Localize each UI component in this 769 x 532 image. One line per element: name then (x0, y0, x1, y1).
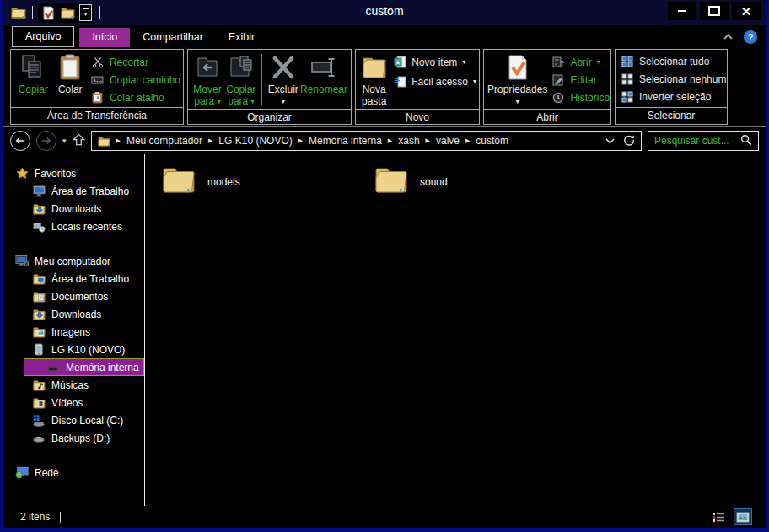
select-all-button[interactable]: Selecionar tudo (621, 54, 724, 68)
network-icon (15, 466, 29, 480)
sidebar-section-favorites[interactable]: Favoritos (3, 164, 144, 182)
paste-button[interactable]: Colar (53, 51, 88, 106)
sidebar-item-label: Vídeos (51, 397, 83, 409)
drive-icon (46, 361, 60, 374)
status-separator (60, 512, 61, 523)
address-bar[interactable]: ▶ Meu computador ▶ LG K10 (NOVO) ▶ Memór… (91, 131, 642, 151)
dropdown-arrow: ▾ (251, 98, 255, 105)
properties-qat-icon[interactable] (40, 5, 56, 20)
file-item-sound[interactable]: sound (374, 166, 586, 197)
sidebar-item-desktop[interactable]: Área de Trabalho (3, 182, 144, 200)
select-all-label: Selecionar tudo (639, 56, 709, 67)
tab-view[interactable]: Exibir (216, 28, 267, 47)
new-folder-button[interactable]: Nova pasta (358, 51, 390, 108)
delete-button[interactable]: Excluir▾ (267, 51, 299, 108)
sidebar-item-recent-places[interactable]: Locais recentes (3, 218, 144, 235)
images-icon (32, 325, 46, 339)
address-folder-icon (98, 135, 110, 147)
select-none-button[interactable]: Selecionar nenhum (621, 72, 724, 86)
move-to-icon (195, 53, 220, 82)
search-icon[interactable] (740, 134, 752, 148)
explorer-icon[interactable] (10, 4, 27, 21)
breadcrumb-separator: ▶ (388, 137, 392, 144)
sidebar-item-local-disk-c[interactable]: Disco Local (C:) (3, 411, 144, 429)
downloads-icon (32, 202, 46, 216)
breadcrumb-item-xash[interactable]: xash (398, 135, 419, 147)
sidebar-item-downloads[interactable]: Downloads (3, 305, 144, 323)
tab-share[interactable]: Compartilhar (130, 28, 216, 47)
sidebar-section-network[interactable]: Rede (3, 464, 144, 481)
minimize-button[interactable] (668, 2, 696, 20)
thumbnail-view-icon[interactable] (734, 508, 752, 525)
new-item-label: Novo item (411, 56, 457, 68)
easy-access-button[interactable]: Fácil acesso ▾ (393, 74, 476, 89)
sidebar-section-computer[interactable]: Meu computador (3, 252, 144, 270)
back-button[interactable] (10, 131, 30, 151)
copy-icon (20, 53, 46, 82)
dropdown-arrow: ▾ (516, 98, 519, 105)
cut-button[interactable]: Recortar (91, 55, 180, 69)
sidebar-label-computer: Meu computador (35, 255, 110, 267)
breadcrumb-item-storage[interactable]: Memória interna (309, 135, 382, 147)
collapse-ribbon-icon[interactable] (723, 31, 734, 43)
cut-label: Recortar (110, 56, 148, 68)
file-item-models[interactable]: models (161, 166, 374, 197)
edit-icon (551, 73, 565, 87)
paste-label: Colar (58, 83, 83, 95)
details-view-icon[interactable] (710, 509, 727, 524)
sidebar-item-images[interactable]: Imagens (3, 323, 144, 341)
sidebar-item-backups-d[interactable]: Backups (D:) (3, 429, 144, 447)
sidebar-item-downloads-fav[interactable]: Downloads (3, 200, 144, 218)
edit-button[interactable]: Editar (551, 73, 610, 87)
paste-shortcut-button[interactable]: Colar atalho (91, 90, 180, 105)
address-dropdown-icon[interactable] (605, 135, 615, 147)
properties-button[interactable]: Propriedades▾ (487, 51, 548, 108)
copy-to-button[interactable]: Copiar para ▾ (224, 51, 258, 108)
new-item-icon (393, 56, 406, 69)
forward-button[interactable] (36, 131, 56, 151)
group-divider (261, 54, 262, 105)
breadcrumb-item-custom[interactable]: custom (476, 135, 508, 147)
copy-path-button[interactable]: Copiar caminho (91, 73, 180, 87)
maximize-button[interactable] (700, 2, 729, 20)
sidebar-item-videos[interactable]: Vídeos (3, 394, 144, 411)
qat-separator2 (99, 6, 100, 19)
file-name: sound (420, 176, 448, 188)
sidebar-item-internal-storage[interactable]: Memória interna (24, 358, 144, 376)
explorer-window: ▾ custom ✕ Arquivo Início Compartilhar E… (0, 0, 769, 532)
open-button[interactable]: Abrir ▾ (551, 55, 610, 69)
sidebar-item-label: Imagens (51, 326, 90, 338)
copy-button[interactable]: Copiar (13, 51, 53, 106)
up-icon (73, 133, 85, 146)
new-folder-label: Nova pasta (362, 83, 386, 107)
search-box[interactable]: Pesquisar cust... (648, 131, 759, 151)
quick-access-toolbar: ▾ (7, 3, 100, 23)
breadcrumb-item-device[interactable]: LG K10 (NOVO) (218, 135, 292, 147)
star-icon (15, 167, 29, 180)
disk-c-icon (32, 414, 46, 427)
invert-selection-label: Inverter seleção (639, 91, 711, 103)
move-to-button[interactable]: Mover para ▾ (191, 51, 224, 108)
ribbon-tabs: Arquivo Início Compartilhar Exibir ? (3, 25, 766, 47)
rename-button[interactable]: Renomear (299, 51, 348, 108)
sidebar-item-documents[interactable]: Documentos (3, 287, 144, 305)
sidebar-item-music[interactable]: Músicas (3, 376, 144, 394)
close-button[interactable]: ✕ (732, 2, 761, 20)
breadcrumb-item-valve[interactable]: valve (436, 135, 460, 147)
group-clipboard: Copiar Colar Recortar (10, 49, 184, 125)
refresh-icon[interactable] (623, 134, 635, 148)
qat-dropdown-icon[interactable]: ▾ (79, 4, 92, 21)
help-icon[interactable]: ? (744, 30, 757, 44)
breadcrumb-item-computer[interactable]: Meu computador (126, 135, 202, 147)
tab-file[interactable]: Arquivo (12, 26, 74, 47)
tab-home[interactable]: Início (79, 28, 130, 47)
history-dropdown-icon[interactable]: ▾ (62, 137, 67, 145)
sidebar-item-desktop2[interactable]: Área de Trabalho (3, 270, 144, 287)
new-folder-qat-icon[interactable] (60, 5, 75, 20)
up-button[interactable] (73, 133, 85, 148)
invert-selection-button[interactable]: Inverter seleção (621, 89, 724, 104)
history-button[interactable]: Histórico (551, 90, 610, 105)
sidebar-item-phone[interactable]: LG K10 (NOVO) (3, 341, 144, 358)
search-placeholder: Pesquisar cust... (654, 135, 729, 147)
new-item-button[interactable]: Novo item ▾ (393, 55, 476, 69)
